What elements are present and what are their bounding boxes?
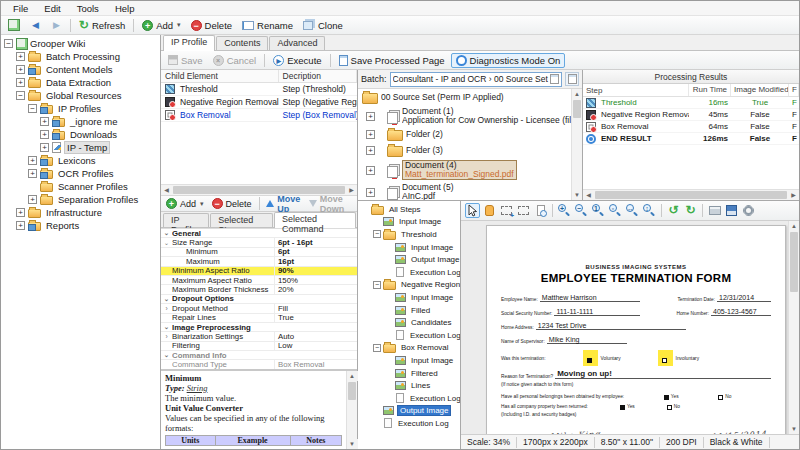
tree-expander[interactable]: − [373,230,381,238]
batch-tree[interactable]: 00 Source Set (Perm IP Applied)+Document… [358,89,571,200]
tree-item-lexicons[interactable]: +Lexicons [1,154,160,167]
execute-button[interactable]: ▶Execute [269,54,325,67]
clone-button[interactable]: Clone [299,19,347,32]
property-grid[interactable]: ⌄General⌄Size Range6pt - 16ptMinimum6ptM… [161,228,357,369]
move-down-button[interactable]: Move Down [306,194,355,214]
zoom-page-button[interactable] [533,203,548,218]
property-row-minimum-aspect-ratio[interactable]: Minimum Aspect Ratio90% [161,267,357,276]
tree-item-data-extraction[interactable]: +Data Extraction [1,76,160,89]
tree-item-execution-log[interactable]: Execution Log [358,266,460,279]
app-button[interactable] [4,18,24,32]
tree-item-content-models[interactable]: +Content Models [1,63,160,76]
results-table[interactable]: Threshold16msTrueFNegative Region Remova… [583,97,799,189]
tree-expander[interactable]: + [366,130,375,139]
scroll-left-icon[interactable]: ◀ [583,190,594,200]
tree-item-grooper-wiki[interactable]: −Grooper Wiki [1,37,160,50]
property-row-maximum-border-thickness[interactable]: Maximum Border Thickness20% [161,285,357,294]
diagnostics-steps-tree[interactable]: All StepsInput Image−ThresholdInput Imag… [358,201,461,449]
tree-item-candidates[interactable]: Candidates [358,316,460,329]
tree-expander[interactable]: + [366,166,375,175]
batch-item-folder-3-[interactable]: +Folder (3) [358,144,571,157]
move-up-button[interactable]: Move Up [263,194,303,214]
tree-item-ocr-profiles[interactable]: +OCR Profiles [1,167,160,180]
property-row-image-preprocessing[interactable]: ⌄Image Preprocessing [161,323,357,332]
rotate-left-button[interactable]: ↺ [666,203,681,218]
tab-advanced[interactable]: Advanced [269,36,325,50]
property-row-maximum[interactable]: Maximum16pt [161,257,357,266]
tree-item-output-image[interactable]: Output Image [358,253,460,266]
document-page[interactable]: BUSINESS IMAGING SYSTEMS EMPLOYEE TERMIN… [486,225,786,434]
tree-item-output-image[interactable]: Output Image [358,405,460,418]
save-button[interactable]: Save [164,54,207,67]
rename-button[interactable]: Rename [238,19,297,32]
region-select-button[interactable] [499,203,514,218]
tree-expander[interactable]: + [16,208,25,217]
scroll-right-icon[interactable]: ▶ [788,190,799,200]
tree-item-global-resources[interactable]: −Global Resources [1,89,160,102]
tab-ip-profile[interactable]: IP Profile [163,213,209,227]
results-hscrollbar[interactable]: ◀ ▶ [583,189,799,200]
tab-contents[interactable]: Contents [216,36,268,50]
batch-item-document-4-[interactable]: +Document (4)Matt_termination_Signed.pdf [358,160,571,180]
batch-item-00-source-set-perm-ip-applied-[interactable]: 00 Source Set (Perm IP Applied) [358,91,571,104]
column-header-child-element[interactable]: Child Element [161,70,279,82]
zoom-out-button[interactable]: − [574,203,589,218]
tree-expander[interactable]: − [16,91,25,100]
property-row-repair-lines[interactable]: Repair LinesTrue [161,314,357,323]
scroll-thumb[interactable] [790,232,798,292]
tree-item-separation-profiles[interactable]: +Separation Profiles [1,193,160,206]
pointer-button[interactable] [465,203,480,218]
menu-item-edit[interactable]: Edit [36,3,68,14]
forward-button[interactable]: ▶ [47,19,66,31]
tree-item-infrastructure[interactable]: +Infrastructure [1,206,160,219]
tree-expander[interactable]: + [16,65,25,74]
property-row-filtering[interactable]: FilteringLow [161,342,357,351]
scroll-up-icon[interactable]: ▲ [347,371,358,381]
hand-button[interactable] [482,203,497,218]
tree-item-all-steps[interactable]: All Steps [358,203,460,216]
tree-expander[interactable]: + [28,156,37,165]
tree-expander[interactable]: + [366,146,375,155]
tree-expander[interactable]: − [4,39,13,48]
tree-expander[interactable]: + [16,78,25,87]
tree-expander[interactable]: + [16,221,25,230]
image-viewer-canvas[interactable]: BUSINESS IMAGING SYSTEMS EMPLOYEE TERMIN… [461,221,799,434]
scroll-down-icon[interactable]: ▼ [572,190,583,200]
batch-edit-button[interactable] [565,72,579,86]
property-row-maximum-aspect-ratio[interactable]: Maximum Aspect Ratio150% [161,276,357,285]
result-row-threshold[interactable]: Threshold16msTrueF [583,97,799,109]
delete-button[interactable]: −Delete [187,19,236,32]
scroll-left-icon[interactable]: ◀ [161,185,172,195]
scroll-up-icon[interactable]: ▲ [789,221,800,231]
save-image-button[interactable] [724,203,739,218]
fit-width-button[interactable]: ↔ [625,203,640,218]
tree-expander[interactable]: − [373,344,381,352]
settings-button[interactable] [741,203,756,218]
batch-tree-vscrollbar[interactable]: ▲ ▼ [571,89,582,200]
zoom-actual-button[interactable]: 1 [591,203,606,218]
tree-item-input-image[interactable]: Input Image [358,241,460,254]
tab-selected-command[interactable]: Selected Command [274,212,356,228]
property-row-command-info[interactable]: ⌄Command Info [161,351,357,360]
tree-item-threshold[interactable]: −Threshold [358,228,460,241]
node-tree-panel[interactable]: −Grooper Wiki+Batch Processing+Content M… [1,35,161,449]
tree-item-box-removal[interactable]: −Box Removal [358,342,460,355]
tree-expander[interactable]: + [40,130,49,139]
tree-item-input-image[interactable]: Input Image [358,216,460,229]
tab-ip-profile[interactable]: IP Profile [163,35,215,51]
tree-expander[interactable]: + [366,188,375,197]
property-row-command-type[interactable]: Command TypeBox Removal [161,360,357,369]
scroll-thumb[interactable] [573,100,581,118]
zoom-region-button[interactable] [516,203,531,218]
add-button[interactable]: +Add▾ [138,19,184,32]
scroll-down-icon[interactable]: ▼ [347,439,358,449]
tree-item-scanner-profiles[interactable]: Scanner Profiles [1,180,160,193]
tree-item-execution-log[interactable]: Execution Log [358,417,460,430]
cancel-button[interactable]: ×Cancel [209,54,261,67]
child-grid[interactable]: ThresholdStep (Threshold)Negative Region… [161,83,357,184]
tree-item-batch-processing[interactable]: +Batch Processing [1,50,160,63]
tree-item-execution-log[interactable]: Execution Log [358,392,460,405]
tab-selected-step[interactable]: Selected Step [210,213,273,227]
tree-expander[interactable]: − [373,281,381,289]
tree-item-reports[interactable]: +Reports [1,219,160,232]
